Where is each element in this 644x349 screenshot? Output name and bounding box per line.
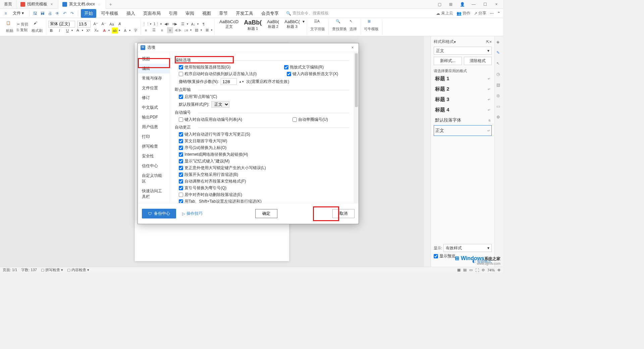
cb-eng-date[interactable]: 英文日期首字母大写(W) [179,138,227,144]
tab-menu-icon[interactable]: ○ [97,2,102,7]
word-count[interactable]: 字数: 137 [21,267,37,272]
text-layout-button[interactable]: ☰A文字排版 [309,19,326,35]
side-view[interactable]: 视图 [138,54,170,64]
tab-layout[interactable]: 页面布局 [140,9,164,18]
undo-steps-input[interactable] [221,78,237,85]
diamond-icon[interactable]: ◈ [496,40,502,45]
italic-icon[interactable]: I [56,28,62,34]
view-print-icon[interactable]: ▦ [457,268,461,272]
align-center-icon[interactable]: ☰ [151,27,157,33]
cb-memory[interactable]: 显示"记忆式键入"建议(M) [179,158,230,164]
numbering-icon[interactable]: 1⋮ [153,21,159,27]
side-spell[interactable]: 拼写检查 [138,142,170,151]
side-revision[interactable]: 修订 [138,93,170,103]
cb-smart-select[interactable]: 使用智能段落选择范围(G) [179,64,230,70]
close-panel-icon[interactable]: × [489,40,492,44]
style-h3[interactable]: AaBbC(标题 3 [282,19,303,35]
tab-keniu[interactable]: 可牛模板 [98,9,122,18]
show-select[interactable]: 有效样式▾ [443,244,492,252]
phonetic-icon[interactable]: 字 [132,28,139,34]
align-right-icon[interactable]: ≡ [159,27,165,33]
cb-drag-edit[interactable]: 拖放式文字编辑(R) [284,64,324,70]
dialog-scrollbar[interactable] [354,52,359,203]
tab-dev[interactable]: 开发工具 [232,9,257,18]
style-item-normal[interactable]: 正文↵ [434,125,492,136]
distribute-icon[interactable]: ⫷⫸ [175,27,181,33]
highlight-icon[interactable]: ab [112,28,118,34]
content-check[interactable]: ▢ 内容检查 ▾ [67,267,89,272]
underline-icon[interactable]: U [64,28,70,34]
side-trust[interactable]: 信任中心 [138,161,170,171]
bullets-icon[interactable]: ⋮⋮ [143,21,149,27]
tab-member[interactable]: 会员专享 [258,9,282,18]
layout-icon[interactable]: ▢ [435,2,443,7]
side-edit[interactable]: 编辑 [138,64,170,73]
cb-para-indent[interactable]: 段落开头空格采用行首缩进(B) [179,172,238,178]
clear-format-icon[interactable]: A̸ [117,21,123,27]
style-item-h2[interactable]: 标题 2↵ [434,84,492,94]
indent-icon[interactable]: ≡▶ [172,21,178,27]
cut-button[interactable]: ✂ 剪切 [17,22,28,27]
tab-chapter[interactable]: 章节 [216,9,231,18]
side-pdf[interactable]: 输出PDF [138,112,170,122]
tab-document[interactable]: 英文文档.docx ○ [58,0,106,9]
command-search[interactable]: 🔍 查找命令、搜索模板 [286,10,329,16]
side-general[interactable]: 常规与保存 [138,73,170,83]
bold-icon[interactable]: B [48,28,54,34]
arrow-icon[interactable]: ↖ [496,61,502,66]
paste-button[interactable]: 📋 粘贴 [5,21,15,33]
subscript-icon[interactable]: X₂ [93,28,99,34]
close-icon[interactable]: × [49,2,54,7]
borders-icon[interactable]: ⊞ [204,27,210,33]
side-print[interactable]: 打印 [138,132,170,142]
copy-button[interactable]: ⎘ 复制 [17,28,28,33]
cb-caps-error[interactable]: 更正意外使用大写锁定键产生的大小写错误(L) [179,165,266,171]
cb-tab-indent[interactable]: 用Tab、Shift+Tab设置左缩进和首行缩进(K) [179,199,262,203]
cb-center-delete[interactable]: 居中对齐时自动删除段落缩进(E) [179,192,242,198]
spell-check[interactable]: ▢ 拼写检查 ▾ [41,267,63,272]
gear-icon[interactable]: ⚙ [496,115,502,120]
side-quick-access[interactable]: 快速访问工具栏 [138,186,170,202]
cb-auto-circle[interactable]: 自动带圈编号(U) [292,117,328,122]
side-security[interactable]: 安全性 [138,151,170,161]
style-item-h1[interactable]: 标题 1↵ [434,73,492,84]
view-web-icon[interactable]: ▤ [463,268,467,272]
asian-layout-icon[interactable]: ☰ [180,21,186,27]
grow-font-icon[interactable]: A⁺ [93,21,99,27]
save-icon[interactable]: 🖫 [32,10,38,16]
style-h2[interactable]: AaBb(标题 2 [264,19,282,35]
scale-icon[interactable]: ⛶ [475,268,479,272]
ok-button[interactable]: 确定 [255,209,277,218]
tab-view[interactable]: 视图 [199,9,214,18]
file-menu[interactable]: 文件 ▾ [10,10,26,17]
current-style-select[interactable]: 正文▾ [434,47,492,55]
cancel-button[interactable]: 取消 [332,209,355,218]
tab-template[interactable]: 找稻壳模板 × [16,0,58,9]
cb-internet[interactable]: Internet或网络路径替换为超链接(H) [179,152,248,157]
cb-quotes[interactable]: 直引号替换为弯引号(Q) [179,185,226,191]
align-left-icon[interactable]: ≡ [143,27,149,33]
side-custom-ribbon[interactable]: 自定义功能区 [138,171,170,186]
find-replace-button[interactable]: 🔍查找替换 [331,19,348,35]
cb-cap-first[interactable]: 键入时自动进行句首字母大写更正(S) [179,132,250,137]
hamburger-icon[interactable]: ≡ [3,10,9,16]
user-icon[interactable]: 👤 [458,2,466,7]
maximize-icon[interactable]: ☐ [481,2,489,7]
pencil-icon[interactable]: ✎ [496,50,502,56]
cb-auto-ime[interactable]: 程序启动时自动切换到默认语言输入法(I) [179,71,257,77]
tab-add[interactable]: + [106,2,115,7]
minimize-icon[interactable]: — [470,2,478,7]
page-icon[interactable]: ▤ [496,83,502,88]
clear-format-button[interactable]: 清除格式 [464,57,492,65]
case-icon[interactable]: Aa [109,21,115,27]
format-painter-button[interactable]: 🖌 格式刷 [30,21,44,33]
zoom-level[interactable]: 74% [487,268,495,272]
font-color-icon[interactable]: A [101,28,107,34]
cb-auto-adjust[interactable]: 自动调整右对齐段落末空格格式(F) [179,179,246,184]
pin-icon[interactable]: ⇱ [486,40,489,44]
side-user[interactable]: 用户信息 [138,122,170,132]
template-button[interactable]: ⊞可牛模板 [363,19,380,35]
clock-icon[interactable]: ◷ [496,72,502,77]
char-border-icon[interactable]: A [122,28,128,34]
font-name-select[interactable] [48,21,75,28]
